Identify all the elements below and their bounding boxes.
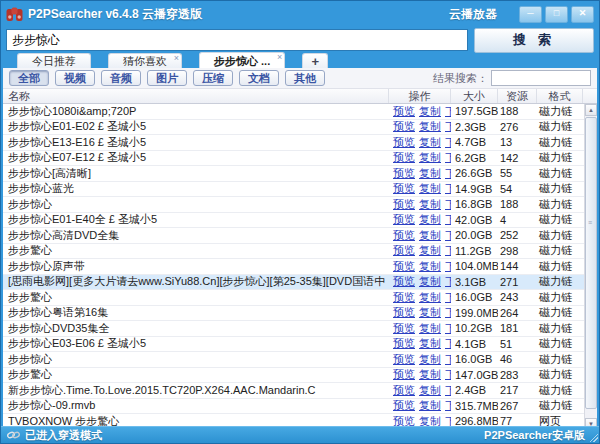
filter-button[interactable]: 视频: [55, 70, 95, 86]
result-resources: 271: [498, 276, 537, 288]
maximize-button[interactable]: □: [545, 6, 568, 23]
preview-link[interactable]: 预览: [393, 212, 415, 227]
result-search-input[interactable]: [491, 70, 591, 86]
preview-link[interactable]: 预览: [393, 150, 415, 165]
table-row[interactable]: 步步惊心E13-E16 £ 圣城小5预览复制下载4.7GB13磁力链: [3, 135, 597, 151]
tab-close-icon[interactable]: ×: [277, 52, 282, 62]
column-header[interactable]: 资源: [498, 89, 537, 103]
filter-button[interactable]: 压缩: [193, 70, 233, 86]
copy-link[interactable]: 复制: [419, 274, 441, 289]
table-row[interactable]: 新步步惊心.Time.To.Love.2015.TC720P.X264.AAC.…: [3, 383, 597, 399]
copy-link[interactable]: 复制: [419, 212, 441, 227]
table-row[interactable]: 步步驚心预览复制下载16.0GB243磁力链: [3, 290, 597, 306]
copy-link[interactable]: 复制: [419, 290, 441, 305]
new-tab-button[interactable]: +: [302, 53, 328, 69]
preview-link[interactable]: 预览: [393, 383, 415, 398]
tab-close-icon[interactable]: ×: [174, 53, 179, 63]
preview-link[interactable]: 预览: [393, 398, 415, 413]
status-left: 已进入穿透模式: [7, 428, 102, 443]
copy-link[interactable]: 复制: [419, 104, 441, 119]
copy-link[interactable]: 复制: [419, 336, 441, 351]
table-row[interactable]: 步步惊心E01-E02 £ 圣城小5预览复制下载2.3GB276磁力链: [3, 120, 597, 136]
tab-label: 猜你喜欢: [123, 54, 167, 69]
preview-link[interactable]: 预览: [393, 336, 415, 351]
result-resources: 217: [498, 384, 537, 396]
table-row[interactable]: 步步惊心粤语第16集预览复制下载199.0MB264磁力链: [3, 306, 597, 322]
scroll-up-icon[interactable]: ▲: [585, 104, 597, 116]
search-button[interactable]: 搜 索: [474, 28, 594, 53]
copy-link[interactable]: 复制: [419, 367, 441, 382]
preview-link[interactable]: 预览: [393, 290, 415, 305]
table-row[interactable]: 步步惊心蓝光预览复制下载14.9GB54磁力链: [3, 182, 597, 198]
copy-link[interactable]: 复制: [419, 243, 441, 258]
preview-link[interactable]: 预览: [393, 119, 415, 134]
filter-button[interactable]: 图片: [147, 70, 187, 86]
table-row[interactable]: 步步惊心预览复制下载16.8GB188磁力链: [3, 197, 597, 213]
close-button[interactable]: ✕: [571, 6, 594, 23]
filter-button[interactable]: 文档: [239, 70, 279, 86]
column-header[interactable]: 名称: [3, 89, 389, 103]
minimize-button[interactable]: ─: [519, 6, 542, 23]
result-format: 磁力链: [537, 259, 583, 274]
table-row[interactable]: 步步惊心-09.rmvb预览复制下载315.7MB267磁力链: [3, 399, 597, 415]
row-actions: 预览复制下载: [389, 321, 451, 336]
table-row[interactable]: 步步惊心1080i&amp;720P预览复制下载197.5GB188磁力链: [3, 104, 597, 120]
preview-link[interactable]: 预览: [393, 274, 415, 289]
preview-link[interactable]: 预览: [393, 305, 415, 320]
preview-link[interactable]: 预览: [393, 181, 415, 196]
vertical-scrollbar[interactable]: ▲ ≡ ▼: [584, 104, 597, 428]
table-row[interactable]: 步步惊心DVD35集全预览复制下载10.2GB181磁力链: [3, 321, 597, 337]
filter-button[interactable]: 其他: [285, 70, 325, 86]
result-name: 新步步惊心.Time.To.Love.2015.TC720P.X264.AAC.…: [3, 383, 389, 398]
scrollbar-thumb[interactable]: ≡: [585, 117, 597, 409]
table-row[interactable]: 步步惊心预览复制下载16.0GB46磁力链: [3, 352, 597, 368]
preview-link[interactable]: 预览: [393, 197, 415, 212]
copy-link[interactable]: 复制: [419, 259, 441, 274]
copy-link[interactable]: 复制: [419, 150, 441, 165]
tab[interactable]: 步步惊心 ...×: [199, 52, 285, 69]
table-row[interactable]: 步步惊心[高清晰]预览复制下载26.6GB55磁力链: [3, 166, 597, 182]
preview-link[interactable]: 预览: [393, 259, 415, 274]
copy-link[interactable]: 复制: [419, 321, 441, 336]
tab[interactable]: 猜你喜欢×: [108, 53, 182, 69]
table-row[interactable]: 步步惊心高清DVD全集预览复制下载20.0GB252磁力链: [3, 228, 597, 244]
status-android-link[interactable]: P2PSearcher安卓版: [484, 428, 593, 443]
preview-link[interactable]: 预览: [393, 228, 415, 243]
filter-button[interactable]: 音频: [101, 70, 141, 86]
result-name: 步步惊心粤语第16集: [3, 305, 389, 320]
table-row[interactable]: [思雨电影网][更多大片请去www.SiYu88.Cn][步步惊心][第25-3…: [3, 275, 597, 291]
copy-link[interactable]: 复制: [419, 166, 441, 181]
column-header[interactable]: 格式: [537, 89, 583, 103]
result-name: 步步惊心: [3, 352, 389, 367]
copy-link[interactable]: 复制: [419, 181, 441, 196]
preview-link[interactable]: 预览: [393, 243, 415, 258]
copy-link[interactable]: 复制: [419, 398, 441, 413]
copy-link[interactable]: 复制: [419, 383, 441, 398]
table-row[interactable]: 步步惊心E07-E12 £ 圣城小5预览复制下载6.2GB142磁力链: [3, 151, 597, 167]
preview-link[interactable]: 预览: [393, 135, 415, 150]
preview-link[interactable]: 预览: [393, 166, 415, 181]
tab[interactable]: 今日推荐: [17, 53, 91, 69]
filter-button[interactable]: 全部: [9, 70, 49, 86]
tab-bar: 今日推荐猜你喜欢×步步惊心 ...×+: [1, 52, 599, 69]
preview-link[interactable]: 预览: [393, 104, 415, 119]
copy-link[interactable]: 复制: [419, 352, 441, 367]
copy-link[interactable]: 复制: [419, 197, 441, 212]
copy-link[interactable]: 复制: [419, 305, 441, 320]
table-row[interactable]: 步步驚心预览复制下载147.0GB283磁力链: [3, 368, 597, 384]
copy-link[interactable]: 复制: [419, 228, 441, 243]
preview-link[interactable]: 预览: [393, 367, 415, 382]
table-row[interactable]: 步步惊心原声带预览复制下载104.0MB144磁力链: [3, 259, 597, 275]
table-row[interactable]: 步步驚心预览复制下载11.2GB298磁力链: [3, 244, 597, 260]
preview-link[interactable]: 预览: [393, 321, 415, 336]
column-header[interactable]: 操作: [389, 89, 451, 103]
table-row[interactable]: 步步惊心E01-E40全 £ 圣城小5预览复制下载42.0GB4磁力链: [3, 213, 597, 229]
search-input[interactable]: [6, 29, 468, 51]
column-header[interactable]: 大小: [451, 89, 498, 103]
copy-link[interactable]: 复制: [419, 135, 441, 150]
preview-link[interactable]: 预览: [393, 352, 415, 367]
copy-link[interactable]: 复制: [419, 119, 441, 134]
cloud-player-button[interactable]: 云播放器: [449, 6, 497, 23]
resize-grip[interactable]: [589, 433, 598, 442]
table-row[interactable]: 步步惊心E03-E06 £ 圣城小5预览复制下载4.1GB51磁力链: [3, 337, 597, 353]
